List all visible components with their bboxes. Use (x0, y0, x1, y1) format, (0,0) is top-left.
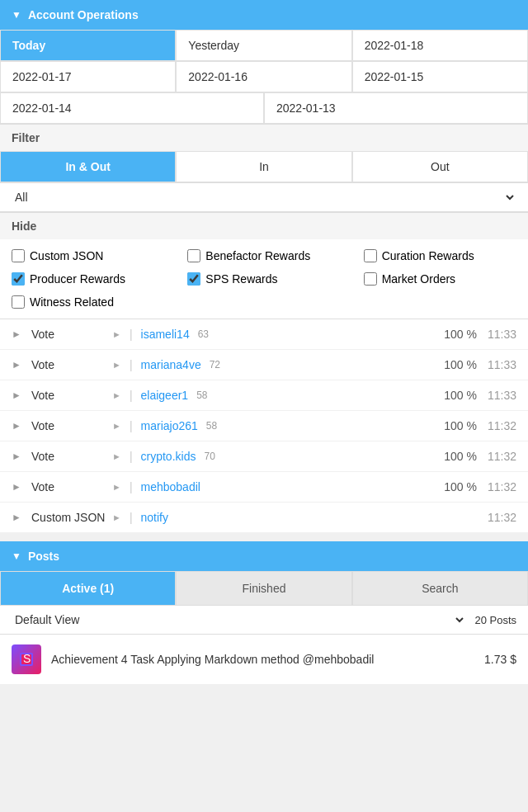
checkbox-benefactor-rewards-label: Benefactor Rewards (205, 249, 310, 262)
posts-controls: Default View 20 Posts (0, 606, 528, 635)
checkbox-witness-related-input[interactable] (12, 295, 25, 309)
checkbox-producer-rewards[interactable]: Producer Rewards (0, 267, 176, 290)
date-grid-row2: 2022-01-17 2022-01-16 2022-01-15 (0, 61, 528, 92)
date-today[interactable]: Today (0, 30, 176, 61)
vote-user-link[interactable]: mariajo261 (141, 419, 198, 432)
account-operations-section: ▼ Account Operations Today Yesterday 202… (0, 0, 528, 533)
tab-finished[interactable]: Finished (176, 571, 351, 606)
tab-active[interactable]: Active (1) (0, 571, 176, 606)
table-row: ► Vote ► | crypto.kids70 100 % 11:32 (0, 441, 528, 472)
vote-user-link[interactable]: elaigeer1 (141, 389, 189, 402)
play-icon[interactable]: ► (112, 482, 121, 492)
table-row: ► Custom JSON ► | notify 11:32 (0, 503, 528, 533)
table-row: ► Vote ► | mariajo26158 100 % 11:32 (0, 411, 528, 441)
play-icon[interactable]: ► (112, 329, 121, 339)
post-title[interactable]: Achievement 4 Task Applying Markdown met… (51, 653, 474, 666)
filter-label: Filter (0, 124, 528, 151)
pipe-separator: | (130, 480, 133, 493)
vote-percentage: 100 % (427, 480, 477, 493)
vote-type: Vote (31, 358, 106, 371)
play-icon[interactable]: ► (112, 390, 121, 400)
checkbox-curation-rewards[interactable]: Curation Rewards (352, 244, 528, 267)
all-filter-row[interactable]: All (0, 183, 528, 212)
expand-icon[interactable]: ► (12, 328, 25, 340)
checkbox-market-orders-label: Market Orders (382, 272, 455, 286)
play-icon[interactable]: ► (112, 421, 121, 431)
chevron-down-icon[interactable]: ▼ (12, 9, 21, 21)
checkbox-sps-rewards[interactable]: SPS Rewards (176, 267, 351, 290)
pipe-separator: | (130, 419, 133, 432)
vote-user-num: 72 (210, 359, 220, 371)
expand-icon[interactable]: ► (12, 389, 25, 401)
checkbox-custom-json[interactable]: Custom JSON (0, 244, 176, 267)
date-2022-01-14[interactable]: 2022-01-14 (0, 92, 264, 124)
checkbox-market-orders-input[interactable] (364, 272, 377, 286)
date-grid-row3: 2022-01-14 2022-01-13 (0, 92, 528, 124)
all-filter-select[interactable]: All (12, 190, 516, 205)
expand-icon[interactable]: ► (12, 512, 25, 523)
checkbox-sps-rewards-label: SPS Rewards (205, 272, 277, 286)
vote-user-num: 63 (198, 328, 209, 340)
vote-user-link[interactable]: notify (141, 511, 168, 524)
date-2022-01-16[interactable]: 2022-01-16 (176, 61, 351, 92)
vote-percentage: 100 % (427, 328, 477, 341)
table-row: ► Vote ► | mariana4ve72 100 % 11:33 (0, 350, 528, 380)
view-select[interactable]: Default View (12, 612, 466, 627)
expand-icon[interactable]: ► (12, 451, 25, 462)
checkbox-producer-rewards-input[interactable] (12, 272, 25, 286)
vote-time: 11:33 (483, 389, 516, 402)
checkbox-curation-rewards-input[interactable] (364, 249, 377, 262)
tab-in[interactable]: In (176, 151, 351, 182)
checkbox-benefactor-rewards-input[interactable] (187, 249, 200, 262)
checkbox-witness-related-label: Witness Related (30, 295, 114, 309)
vote-time: 11:32 (483, 419, 516, 432)
vote-percentage: 100 % (427, 419, 477, 432)
play-icon[interactable]: ► (112, 451, 121, 461)
checkbox-custom-json-label: Custom JSON (30, 249, 103, 262)
date-2022-01-18[interactable]: 2022-01-18 (352, 30, 528, 61)
checkbox-sps-rewards-input[interactable] (187, 272, 200, 286)
tab-out[interactable]: Out (352, 151, 528, 182)
chevron-down-icon[interactable]: ▼ (12, 550, 21, 562)
posts-section: ▼ Posts Active (1) Finished Search Defau… (0, 541, 528, 685)
checkbox-custom-json-input[interactable] (12, 249, 25, 262)
expand-icon[interactable]: ► (12, 481, 25, 493)
vote-type: Vote (31, 389, 106, 402)
post-thumbnail: S (12, 644, 41, 674)
vote-user-link[interactable]: isameli14 (141, 328, 190, 341)
expand-icon[interactable]: ► (12, 420, 25, 432)
vote-user-num: 58 (196, 389, 207, 401)
date-2022-01-17[interactable]: 2022-01-17 (0, 61, 176, 92)
date-yesterday[interactable]: Yesterday (176, 30, 351, 61)
vote-user-num: 58 (206, 420, 217, 432)
svg-text:S: S (23, 652, 31, 665)
tab-search[interactable]: Search (352, 571, 528, 606)
list-item: S Achievement 4 Task Applying Markdown m… (0, 635, 528, 685)
checkbox-market-orders[interactable]: Market Orders (352, 267, 528, 290)
vote-user-link[interactable]: mariana4ve (141, 358, 201, 371)
posts-tabs: Active (1) Finished Search (0, 571, 528, 606)
vote-type: Vote (31, 419, 106, 432)
checkbox-curation-rewards-label: Curation Rewards (382, 249, 474, 262)
checkbox-benefactor-rewards[interactable]: Benefactor Rewards (176, 244, 351, 267)
pipe-separator: | (130, 389, 133, 402)
vote-user-link[interactable]: mehbobadil (141, 480, 200, 493)
pipe-separator: | (130, 450, 133, 463)
vote-percentage: 100 % (427, 358, 477, 371)
posts-header: ▼ Posts (0, 541, 528, 571)
vote-type: Custom JSON (31, 511, 106, 524)
account-operations-header: ▼ Account Operations (0, 0, 528, 30)
table-row: ► Vote ► | isameli1463 100 % 11:33 (0, 319, 528, 350)
vote-user-link[interactable]: crypto.kids (141, 450, 196, 463)
vote-time: 11:33 (483, 328, 516, 341)
date-2022-01-15[interactable]: 2022-01-15 (352, 61, 528, 92)
play-icon[interactable]: ► (112, 512, 121, 522)
date-2022-01-13[interactable]: 2022-01-13 (264, 92, 528, 124)
expand-icon[interactable]: ► (12, 359, 25, 371)
table-row: ► Vote ► | elaigeer158 100 % 11:33 (0, 380, 528, 411)
table-row: ► Vote ► | mehbobadil 100 % 11:32 (0, 472, 528, 503)
checkbox-witness-related[interactable]: Witness Related (0, 290, 176, 314)
play-icon[interactable]: ► (112, 360, 121, 370)
tab-in-and-out[interactable]: In & Out (0, 151, 176, 182)
vote-user-num: 70 (204, 451, 214, 462)
